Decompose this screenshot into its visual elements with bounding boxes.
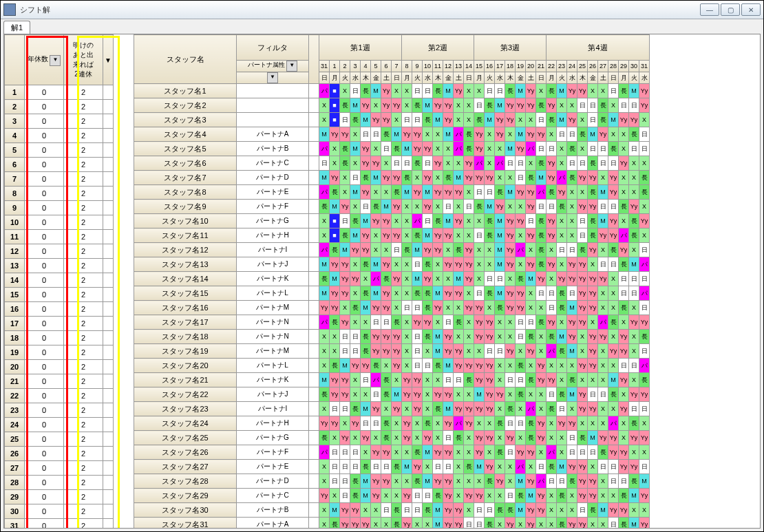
shift-cell[interactable]: 長 <box>547 185 557 200</box>
shift-cell[interactable]: Yy <box>381 257 392 272</box>
shift-cell[interactable]: 長 <box>361 286 371 301</box>
shift-cell[interactable]: 日 <box>567 156 577 171</box>
shift-cell[interactable]: Yy <box>319 489 330 503</box>
shift-cell[interactable]: Yy <box>474 301 485 315</box>
shift-cell[interactable]: X <box>516 344 526 359</box>
shift-cell[interactable]: 日 <box>536 286 547 301</box>
shift-cell[interactable]: Yy <box>526 84 536 98</box>
shift-cell[interactable]: Yy <box>639 84 650 98</box>
shift-cell[interactable]: X <box>557 257 567 272</box>
shift-cell[interactable]: パ <box>454 142 464 156</box>
shift-cell[interactable]: 日 <box>381 460 392 474</box>
shift-cell[interactable]: 日 <box>588 445 598 460</box>
shift-cell[interactable]: 長 <box>639 185 650 200</box>
shift-cell[interactable]: 長 <box>619 301 629 315</box>
partner-cell[interactable]: パートナD <box>237 474 309 489</box>
row-number[interactable]: 6 <box>5 158 25 172</box>
shift-cell[interactable]: Yy <box>588 286 598 301</box>
shift-cell[interactable]: パ <box>608 416 619 431</box>
shift-cell[interactable]: 日 <box>547 474 557 489</box>
shift-cell[interactable]: M <box>423 474 433 489</box>
shift-cell[interactable]: Yy <box>495 127 505 142</box>
cell-nenkyu[interactable]: 0 <box>25 114 64 129</box>
shift-cell[interactable]: X <box>629 156 639 171</box>
shift-cell[interactable]: Yy <box>361 185 371 200</box>
shift-cell[interactable]: Yy <box>423 200 433 214</box>
shift-cell[interactable]: X <box>629 344 639 359</box>
shift-cell[interactable]: Yy <box>588 171 598 185</box>
shift-cell[interactable]: Yy <box>474 402 485 416</box>
shift-cell[interactable]: X <box>464 84 474 98</box>
cell-renkyu[interactable]: 2 <box>64 114 103 129</box>
shift-cell[interactable]: 日 <box>557 243 567 257</box>
shift-cell[interactable]: 長 <box>639 330 650 344</box>
shift-cell[interactable]: X <box>350 373 361 387</box>
shift-cell[interactable]: パ <box>526 142 536 156</box>
cell-nenkyu[interactable]: 0 <box>25 317 64 331</box>
shift-cell[interactable]: X <box>547 489 557 503</box>
shift-cell[interactable]: Yy <box>443 416 454 431</box>
shift-cell[interactable]: 長 <box>505 503 516 518</box>
shift-cell[interactable]: Yy <box>516 142 526 156</box>
shift-cell[interactable]: Yy <box>423 142 433 156</box>
col-filter[interactable]: フィルタ <box>237 35 309 61</box>
shift-cell[interactable]: Yy <box>381 214 392 228</box>
shift-cell[interactable]: 日 <box>505 373 516 387</box>
shift-cell[interactable]: M <box>588 431 598 445</box>
shift-cell[interactable]: X <box>505 200 516 214</box>
shift-cell[interactable]: X <box>454 113 464 127</box>
shift-cell[interactable]: Yy <box>454 286 464 301</box>
shift-cell[interactable]: 日 <box>402 503 412 518</box>
dropdown-icon[interactable]: ▼ <box>286 61 297 72</box>
shift-cell[interactable]: 長 <box>485 474 495 489</box>
shift-cell[interactable]: 長 <box>577 243 588 257</box>
staff-name[interactable]: スタッフ名28 <box>134 474 237 489</box>
shift-cell[interactable]: 長 <box>464 373 474 387</box>
shift-cell[interactable]: Yy <box>361 431 371 445</box>
row-number[interactable]: 15 <box>5 288 25 302</box>
shift-cell[interactable]: Yy <box>629 315 639 330</box>
shift-cell[interactable]: M <box>371 84 381 98</box>
shift-cell[interactable]: 日 <box>350 171 361 185</box>
shift-cell[interactable]: X <box>454 330 464 344</box>
shift-cell[interactable]: M <box>516 127 526 142</box>
shift-cell[interactable]: X <box>402 214 412 228</box>
shift-cell[interactable]: M <box>567 387 577 402</box>
shift-cell[interactable]: Yy <box>443 489 454 503</box>
maximize-button[interactable]: ▢ <box>721 3 740 16</box>
shift-cell[interactable]: X <box>381 402 392 416</box>
shift-cell[interactable]: Yy <box>412 127 423 142</box>
partner-cell[interactable]: パートナG <box>237 214 309 228</box>
shift-cell[interactable]: X <box>392 431 402 445</box>
shift-cell[interactable]: M <box>350 228 361 243</box>
shift-cell[interactable]: X <box>340 301 350 315</box>
partner-cell[interactable]: パートナM <box>237 301 309 315</box>
shift-cell[interactable]: Yy <box>629 431 639 445</box>
shift-cell[interactable]: 日 <box>598 156 608 171</box>
row-number[interactable]: 17 <box>5 317 25 331</box>
shift-cell[interactable]: Yy <box>526 503 536 518</box>
shift-cell[interactable]: Yy <box>485 402 495 416</box>
shift-cell[interactable]: 日 <box>567 445 577 460</box>
shift-cell[interactable]: パ <box>639 257 650 272</box>
shift-cell[interactable]: 長 <box>371 200 381 214</box>
shift-cell[interactable]: X <box>505 359 516 373</box>
staff-name[interactable]: スタッフ名3 <box>134 113 237 127</box>
shift-cell[interactable]: Yy <box>464 243 474 257</box>
shift-cell[interactable]: 日 <box>443 373 454 387</box>
col-nenkyu[interactable]: 年休数 ▼ <box>25 35 64 85</box>
shift-cell[interactable]: Yy <box>423 171 433 185</box>
shift-cell[interactable]: X <box>402 402 412 416</box>
shift-cell[interactable]: 長 <box>371 359 381 373</box>
partner-cell[interactable]: パートナN <box>237 315 309 330</box>
shift-cell[interactable]: X <box>330 489 340 503</box>
shift-cell[interactable]: Yy <box>330 416 340 431</box>
shift-cell[interactable]: Yy <box>629 200 639 214</box>
shift-cell[interactable]: パ <box>557 171 567 185</box>
shift-cell[interactable]: 日 <box>588 387 598 402</box>
shift-cell[interactable]: 日 <box>608 156 619 171</box>
shift-cell[interactable]: Yy <box>443 344 454 359</box>
cell-renkyu[interactable]: 2 <box>64 331 103 345</box>
staff-name[interactable]: スタッフ名2 <box>134 98 237 113</box>
shift-cell[interactable]: X <box>629 301 639 315</box>
